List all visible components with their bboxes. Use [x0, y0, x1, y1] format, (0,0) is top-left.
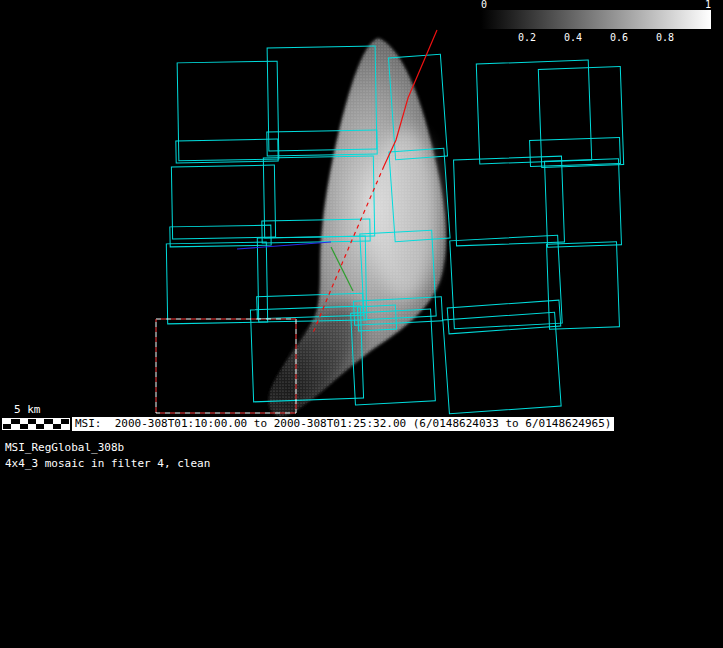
colorbar-min-label: 0	[481, 0, 487, 10]
colorbar-tick-label: 0.2	[518, 32, 536, 43]
scale-bar-segment	[36, 424, 44, 429]
colorbar-tick-label: 0.6	[610, 32, 628, 43]
footprint-rect	[454, 156, 565, 246]
mosaic-description-label: 4x4_3 mosaic in filter 4, clean	[5, 457, 210, 470]
scale-bar	[2, 418, 70, 430]
scale-bar-segment	[20, 424, 28, 429]
footprint-rect	[450, 235, 562, 329]
colorbar-max-label: 1	[705, 0, 711, 10]
colorbar-gradient	[481, 10, 711, 29]
footprint-rect	[166, 242, 267, 324]
footprint-rect	[447, 300, 561, 334]
status-msi-line[interactable]: MSI: 2000-308T01:10:00.00 to 2000-308T01…	[72, 417, 614, 431]
msi-planning-window: 0 1 0.2 0.4 0.6 0.8 5 km MSI: 2000-308T0…	[0, 0, 723, 648]
colorbar-tick-label: 0.8	[656, 32, 674, 43]
footprint-rect	[476, 60, 591, 164]
colorbar-ticks: 0.2 0.4 0.6 0.8	[481, 32, 711, 44]
asteroid-render	[264, 38, 446, 419]
scale-bar-segment	[53, 424, 61, 429]
sequence-name-label: MSI_RegGlobal_308b	[5, 441, 124, 454]
footprint-rect	[547, 242, 620, 329]
footprint-rect	[545, 159, 622, 248]
footprint-rect	[171, 165, 275, 239]
scale-bar-segment	[61, 424, 69, 429]
scale-bar-segment	[3, 424, 11, 429]
scale-bar-label: 5 km	[14, 403, 41, 416]
scale-bar-segment	[28, 424, 36, 429]
scale-bar-segment	[44, 424, 52, 429]
colorbar: 0 1 0.2 0.4 0.6 0.8	[481, 1, 711, 47]
scale-bar-segment	[11, 424, 19, 429]
footprint-rect	[538, 67, 623, 168]
footprint-rect	[177, 61, 279, 161]
colorbar-tick-label: 0.4	[564, 32, 582, 43]
viz-canvas[interactable]	[0, 0, 723, 470]
